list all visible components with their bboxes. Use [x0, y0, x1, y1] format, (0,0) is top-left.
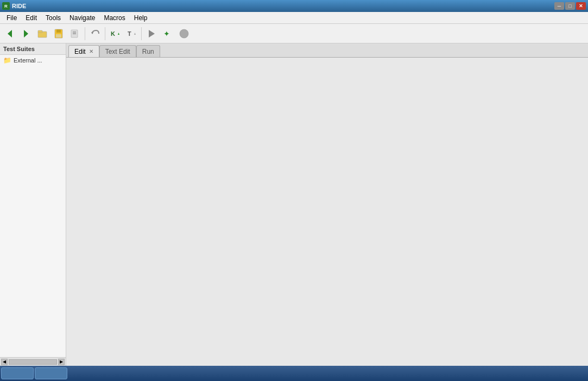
separator-1 — [85, 27, 85, 40]
minimize-button[interactable]: ─ — [554, 2, 564, 10]
sidebar-content: 📁 External ... — [0, 55, 66, 357]
app-title: RIDE — [12, 3, 26, 9]
svg-marker-10 — [91, 32, 93, 34]
open-icon — [37, 28, 48, 39]
svg-rect-5 — [56, 29, 61, 33]
menu-navigate[interactable]: Navigate — [65, 12, 99, 23]
pause-icon — [179, 28, 189, 39]
sidebar-item-external[interactable]: 📁 External ... — [0, 55, 66, 66]
undo-button[interactable] — [87, 26, 103, 41]
separator-2 — [105, 27, 105, 40]
menu-bar: File Edit Tools Navigate Macros Help — [0, 12, 588, 24]
sidebar-header: Test Suites — [0, 43, 66, 55]
stop-icon: ✦ — [162, 28, 173, 39]
tab-edit-label: Edit — [74, 48, 86, 55]
close-button[interactable]: ✕ — [576, 2, 586, 10]
tab-content-area — [66, 58, 588, 366]
saveas-button[interactable] — [67, 26, 83, 41]
tab-run-label: Run — [142, 48, 154, 55]
tab-run[interactable]: Run — [136, 45, 160, 57]
app-icon: R — [2, 2, 10, 10]
taskbar-item-1[interactable] — [1, 367, 34, 379]
menu-help[interactable]: Help — [130, 12, 152, 23]
text-icon: T — [126, 28, 137, 39]
undo-icon — [90, 28, 100, 39]
run-icon — [146, 28, 157, 39]
menu-macros[interactable]: Macros — [99, 12, 129, 23]
toolbar: K T ✦ — [0, 24, 588, 43]
menu-file[interactable]: File — [2, 12, 21, 23]
tab-bar: Edit ✕ Text Edit Run — [66, 43, 588, 58]
keyword-icon: K — [110, 28, 121, 39]
tab-text-edit[interactable]: Text Edit — [99, 45, 136, 57]
tab-edit-close[interactable]: ✕ — [89, 49, 93, 54]
svg-rect-6 — [56, 34, 61, 38]
taskbar-item-2[interactable] — [35, 367, 67, 379]
back-button[interactable] — [2, 26, 17, 41]
svg-marker-14 — [134, 33, 136, 35]
svg-marker-1 — [24, 30, 28, 38]
content-area: Edit ✕ Text Edit Run — [66, 43, 588, 366]
sidebar-scrollbar[interactable]: ◀ ▶ — [0, 357, 66, 366]
save-icon — [53, 28, 64, 39]
sidebar-item-label: External ... — [14, 57, 42, 64]
title-bar: R RIDE ─ □ ✕ — [0, 0, 588, 12]
svg-marker-15 — [149, 30, 155, 38]
svg-marker-0 — [8, 30, 12, 38]
folder-icon: 📁 — [3, 57, 11, 64]
tab-text-edit-label: Text Edit — [105, 48, 130, 55]
main-layout: Test Suites 📁 External ... ◀ ▶ Edit ✕ Te… — [0, 43, 588, 366]
title-controls: ─ □ ✕ — [554, 2, 586, 10]
menu-tools[interactable]: Tools — [41, 12, 65, 23]
save-button[interactable] — [51, 26, 66, 41]
svg-text:✦: ✦ — [163, 29, 170, 38]
svg-text:K: K — [111, 30, 115, 37]
svg-rect-3 — [38, 30, 42, 33]
scroll-left-arrow[interactable]: ◀ — [1, 359, 8, 365]
scroll-right-arrow[interactable]: ▶ — [58, 359, 65, 365]
tab-edit[interactable]: Edit ✕ — [68, 45, 99, 57]
svg-text:T: T — [128, 30, 131, 37]
title-bar-left: R RIDE — [2, 2, 26, 10]
taskbar — [0, 366, 588, 381]
pause-button[interactable] — [176, 26, 192, 41]
svg-marker-12 — [118, 33, 119, 35]
run-button[interactable] — [144, 26, 159, 41]
sidebar: Test Suites 📁 External ... ◀ ▶ — [0, 43, 66, 366]
stop-button[interactable]: ✦ — [160, 26, 175, 41]
open-button[interactable] — [35, 26, 50, 41]
saveas-icon — [69, 28, 80, 39]
back-icon — [4, 28, 15, 39]
scroll-thumb[interactable] — [9, 359, 57, 365]
forward-button[interactable] — [18, 26, 34, 41]
separator-3 — [141, 27, 142, 40]
svg-point-17 — [180, 29, 188, 38]
menu-edit[interactable]: Edit — [21, 12, 41, 23]
forward-icon — [21, 28, 31, 39]
maximize-button[interactable]: □ — [565, 2, 575, 10]
text-button[interactable]: T — [124, 26, 139, 41]
keyword-button[interactable]: K — [108, 26, 123, 41]
